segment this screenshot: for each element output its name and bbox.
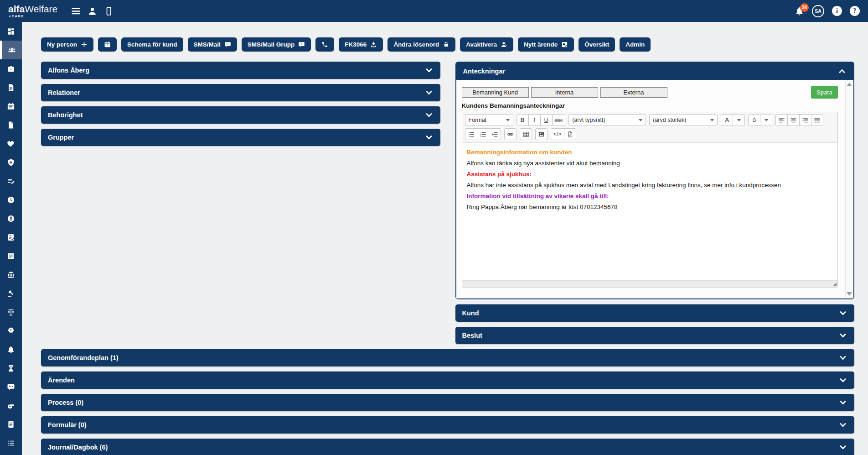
editor-toolbar-row-2: </> (465, 128, 835, 140)
accordion-genomforandeplan[interactable]: Genomförandeplan (1) (41, 349, 854, 366)
sidebar-item-file[interactable] (0, 115, 22, 134)
bottom-panels: Genomförandeplan (1) Ärenden Process (0)… (41, 349, 854, 455)
sidebar-item-checklist[interactable] (0, 228, 22, 246)
text-color-caret[interactable] (733, 114, 745, 126)
format-select[interactable]: Format (465, 114, 513, 126)
whistle-icon (7, 402, 15, 410)
indent-button[interactable] (489, 128, 501, 140)
accordion-formular[interactable]: Formulär (0) (41, 416, 854, 434)
notifications-button[interactable]: 28 (795, 6, 804, 16)
text-color-button[interactable]: A (721, 114, 733, 126)
overview-button[interactable]: Översikt (579, 37, 615, 52)
shield-plus-icon (7, 158, 15, 167)
sidebar-item-journal[interactable] (0, 246, 22, 265)
scroll-up-icon[interactable] (847, 83, 852, 86)
bg-color-caret[interactable] (760, 114, 772, 126)
sidebar-item-shield[interactable] (0, 153, 22, 172)
sidebar-item-people[interactable] (0, 41, 22, 59)
save-button[interactable]: Spara (811, 86, 838, 99)
sidebar-item-dollar[interactable] (0, 209, 22, 228)
sms-mail-group-button[interactable]: SMS/Mail Grupp (242, 37, 311, 52)
info-icon[interactable]: i (832, 6, 842, 16)
change-password-button[interactable]: Ändra lösenord (388, 37, 455, 52)
sidebar-item-briefcase[interactable] (0, 59, 22, 78)
user-icon[interactable] (88, 6, 97, 16)
fk3066-button[interactable]: FK3066 (339, 37, 383, 52)
notes-scrollbar[interactable] (845, 81, 852, 298)
table-button[interactable] (520, 128, 532, 140)
sidebar-item-hourglass[interactable] (0, 359, 22, 377)
accordion-journal-dagbok[interactable]: Journal/Dagbok (6) (41, 439, 854, 455)
sidebar-item-dashboard[interactable] (0, 22, 22, 41)
schedule-for-customer-button[interactable]: Schema för kund (121, 37, 183, 52)
person-off-icon (501, 41, 507, 48)
sidebar-item-note[interactable] (0, 415, 22, 434)
accordion-behorighet[interactable]: Behörighet (41, 106, 440, 124)
justify-button[interactable] (811, 114, 823, 126)
menu-icon[interactable] (71, 6, 81, 16)
sidebar-item-gavel[interactable] (0, 284, 22, 303)
notes-panel-header[interactable]: Anteckningar (456, 63, 854, 80)
user-avatar[interactable]: SA (812, 5, 824, 17)
sidebar-item-document[interactable] (0, 78, 22, 97)
accordion-process[interactable]: Process (0) (41, 394, 854, 411)
strikethrough-button[interactable]: abc (552, 114, 566, 126)
editor-content[interactable]: Bemanningsinformation om kunden Alfons k… (462, 143, 838, 280)
new-person-button[interactable]: Ny person (41, 37, 93, 52)
accordion-grupper[interactable]: Grupper (41, 129, 440, 146)
lock-icon (443, 41, 450, 48)
underline-button[interactable]: U (540, 114, 553, 126)
chevron-down-icon (838, 443, 847, 452)
sidebar-item-heart[interactable] (0, 134, 22, 153)
mobile-icon[interactable] (104, 6, 114, 16)
sidebar-item-list-edit[interactable] (0, 172, 22, 190)
calendar-button[interactable] (98, 37, 117, 52)
bold-button[interactable]: B (517, 114, 529, 126)
sidebar-item-chat[interactable] (0, 377, 22, 396)
app-logo[interactable]: alfaWelfare eCARE (8, 4, 57, 18)
admin-button[interactable]: Admin (620, 37, 651, 52)
deactivate-button[interactable]: Avaktivera (460, 37, 513, 52)
sidebar-item-calendar[interactable] (0, 97, 22, 115)
pdf-button[interactable] (564, 128, 576, 140)
help-icon[interactable]: ? (850, 6, 860, 16)
resize-handle-icon[interactable] (833, 282, 837, 286)
accordion-kund[interactable]: Kund (455, 304, 855, 322)
sidebar-item-bell[interactable] (0, 340, 22, 359)
accordion-arenden[interactable]: Ärenden (41, 371, 854, 389)
sidebar-item-bank[interactable] (0, 265, 22, 284)
tab-interna[interactable]: Interna (531, 87, 598, 98)
sidebar-item-list[interactable] (0, 434, 22, 452)
notes-panel-title: Anteckningar (463, 68, 506, 75)
left-sidebar-nav (0, 22, 22, 455)
numbered-list-button[interactable] (477, 128, 489, 140)
sidebar-item-whistle[interactable] (0, 396, 22, 415)
tab-bemanning-kund[interactable]: Bemanning Kund (462, 87, 529, 98)
sidebar-item-clock[interactable] (0, 190, 22, 209)
font-family-select[interactable]: (ärvt typsnitt) (568, 114, 646, 126)
new-case-button[interactable]: Nytt ärende (518, 37, 574, 52)
accordion-alfons-aberg[interactable]: Alfons Åberg (41, 62, 440, 79)
link-button[interactable] (504, 128, 517, 140)
font-size-select[interactable]: (ärvd storlek) (649, 114, 718, 126)
brand-name-bold: alfa (8, 4, 25, 14)
plus-icon (81, 41, 88, 48)
list-icon (7, 439, 15, 447)
phone-button[interactable] (315, 37, 334, 52)
sidebar-item-gear-alert[interactable] (0, 321, 22, 340)
align-left-button[interactable] (775, 114, 788, 126)
image-button[interactable] (535, 128, 548, 140)
align-center-button[interactable] (787, 114, 800, 126)
italic-button[interactable]: I (528, 114, 541, 126)
align-right-button[interactable] (799, 114, 811, 126)
sidebar-item-scales[interactable] (0, 303, 22, 321)
bg-color-button[interactable] (748, 114, 760, 126)
scroll-down-icon[interactable] (847, 292, 852, 296)
accordion-relationer[interactable]: Relationer (41, 84, 440, 101)
bullet-list-button[interactable] (465, 128, 477, 140)
accordion-beslut[interactable]: Beslut (455, 327, 855, 344)
code-button[interactable]: </> (551, 128, 564, 140)
sms-mail-button[interactable]: SMS/Mail (188, 37, 237, 52)
tab-externa[interactable]: Externa (600, 87, 667, 98)
scales-icon (7, 308, 15, 316)
